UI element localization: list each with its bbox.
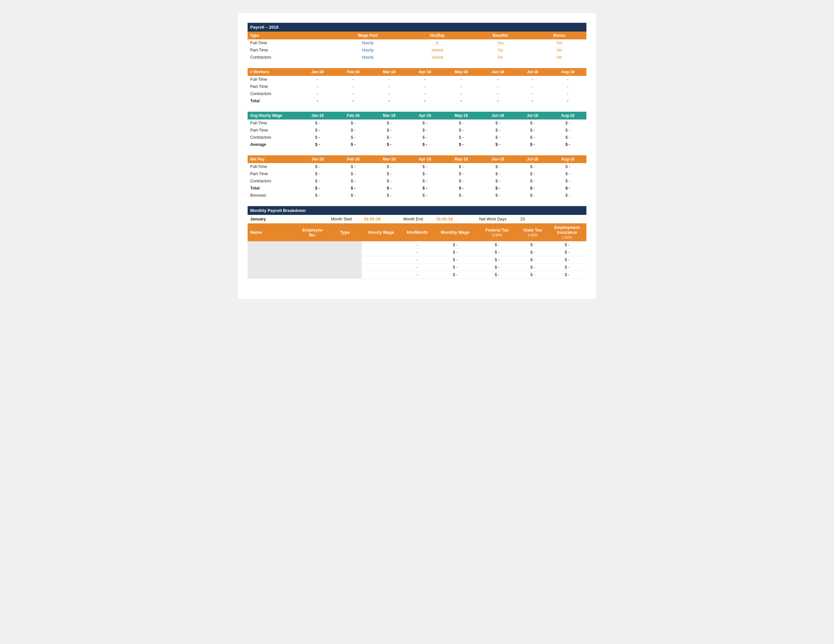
avg-hourly-wage-table: Avg Hourly Wage Jan-18 Feb-18 Mar-18 Apr… <box>247 112 587 148</box>
col-monthly-wage: Monthly Wage <box>434 223 477 241</box>
table-row: Part-Time $ - $ - $ - $ - $ - $ - $ - $ … <box>247 127 587 134</box>
col-federal-tax: Federal Tax9.40% <box>477 223 518 241</box>
row-benefits: Yes <box>469 39 533 47</box>
table-row: Contractors $ - $ - $ - $ - $ - $ - $ - … <box>247 178 587 185</box>
workers-aug: Aug-18 <box>549 68 587 76</box>
table-row: - $ - $ - $ - $ - <box>247 249 587 256</box>
row-bonus: No <box>532 54 587 61</box>
workers-jun: Jun-18 <box>480 68 516 76</box>
workers-may: May-18 <box>443 68 480 76</box>
monthly-breakdown-title: Monthly Payroll Breakdown <box>247 206 587 215</box>
table-row: Part-Time $ - $ - $ - $ - $ - $ - $ - $ … <box>247 170 587 178</box>
col-hourly-wage: Hourly Wage <box>362 223 401 241</box>
workers-mar: Mar-18 <box>371 68 407 76</box>
table-row: Contractors $ - $ - $ - $ - $ - $ - $ - … <box>247 134 587 141</box>
table-row: Part-Time Hourly Varied No No <box>247 47 587 54</box>
col-employment-insurance: EmploymentInsurance1.60% <box>548 223 587 241</box>
month-start-label: Month Start <box>328 215 362 223</box>
row-type: Part-Time <box>247 47 329 54</box>
table-row-average: Average $ - $ - $ - $ - $ - $ - $ - $ - <box>247 141 587 148</box>
col-name: Name <box>247 223 296 241</box>
table-row: Contractors - - - - - - - - <box>247 90 587 97</box>
col-wage-paid: Wage Paid <box>329 32 406 39</box>
monthly-breakdown-table: Monthly Payroll Breakdown January Month … <box>247 206 587 279</box>
col-benefits: Benefits <box>469 32 533 39</box>
table-row: Part-Time - - - - - - - - <box>247 83 587 90</box>
payroll-summary-table: Payroll – 2018 Type Wage Paid Hrs/Day Be… <box>247 23 587 61</box>
table-row: - $ - $ - $ - $ - <box>247 256 587 264</box>
net-pay-table: Net Pay Jan-18 Feb-18 Mar-18 Apr-18 May-… <box>247 155 587 199</box>
table-row-bonuses: Bonuses $ - $ - $ - $ - $ - $ - $ - $ - <box>247 192 587 199</box>
row-type: Contractors <box>247 54 329 61</box>
workers-jul: Jul-18 <box>516 68 549 76</box>
table-row: - $ - $ - $ - $ - <box>247 264 587 271</box>
row-hrs-day: Varied <box>406 47 469 54</box>
col-state-tax: State Tax3.60% <box>518 223 548 241</box>
col-type: Type <box>247 32 329 39</box>
workers-jan: Jan-18 <box>300 68 335 76</box>
row-hrs-day: Varied <box>406 54 469 61</box>
table-row: Full-Time $ - $ - $ - $ - $ - $ - $ - $ … <box>247 163 587 170</box>
table-row: - $ - $ - $ - $ - <box>247 241 587 249</box>
table-row: Full-Time Hourly 8 Yes Yes <box>247 39 587 47</box>
month-label: January <box>247 215 328 223</box>
workers-apr: Apr-18 <box>407 68 443 76</box>
table-row: Contractors Hourly Varied No No <box>247 54 587 61</box>
net-pay-title: Net Pay <box>247 155 300 163</box>
row-wage-paid: Hourly <box>329 47 406 54</box>
month-end-label: Month End <box>401 215 434 223</box>
month-start-value: 01-01-18 <box>362 215 401 223</box>
table-row-total: Total - - - - - - - - <box>247 97 587 105</box>
month-info: January Month Start 01-01-18 Month End 3… <box>247 215 587 223</box>
label: Part-Time <box>247 83 300 90</box>
row-bonus: Yes <box>532 39 587 47</box>
table-row: Full-Time $ - $ - $ - $ - $ - $ - $ - $ … <box>247 119 587 127</box>
label: Full-Time <box>247 76 300 83</box>
detail-col-header: Name EmployeeNo. Type Hourly Wage Hrs/Mo… <box>247 223 587 241</box>
table-row-total: Total $ - $ - $ - $ - $ - $ - $ - $ - <box>247 185 587 192</box>
avg-hourly-title: Avg Hourly Wage <box>247 112 300 119</box>
col-emp-no: EmployeeNo. <box>296 223 328 241</box>
main-page: Payroll – 2018 Type Wage Paid Hrs/Day Be… <box>238 13 596 299</box>
row-bonus: No <box>532 47 587 54</box>
table-row: Full-Time - - - - - - - - <box>247 76 587 83</box>
workers-feb: Feb-18 <box>335 68 371 76</box>
col-bonus: Bonus <box>532 32 587 39</box>
col-hrs-day: Hrs/Day <box>406 32 469 39</box>
row-hrs-day: 8 <box>406 39 469 47</box>
label: Contractors <box>247 90 300 97</box>
net-work-days-label: Net Work Days <box>477 215 518 223</box>
col-hrs-month: Hrs/Month <box>401 223 434 241</box>
month-end-value: 31-01-18 <box>434 215 477 223</box>
col-type: Type <box>328 223 362 241</box>
row-benefits: No <box>469 47 533 54</box>
workers-title: # Workers <box>247 68 300 76</box>
row-wage-paid: Hourly <box>329 54 406 61</box>
net-work-days-value: 23 <box>518 215 548 223</box>
row-type: Full-Time <box>247 39 329 47</box>
label: Total <box>247 97 300 105</box>
table-row: - $ - $ - $ - $ - <box>247 271 587 279</box>
payroll-summary-title: Payroll – 2018 <box>247 23 587 32</box>
workers-table: # Workers Jan-18 Feb-18 Mar-18 Apr-18 Ma… <box>247 68 587 105</box>
row-benefits: No <box>469 54 533 61</box>
row-wage-paid: Hourly <box>329 39 406 47</box>
